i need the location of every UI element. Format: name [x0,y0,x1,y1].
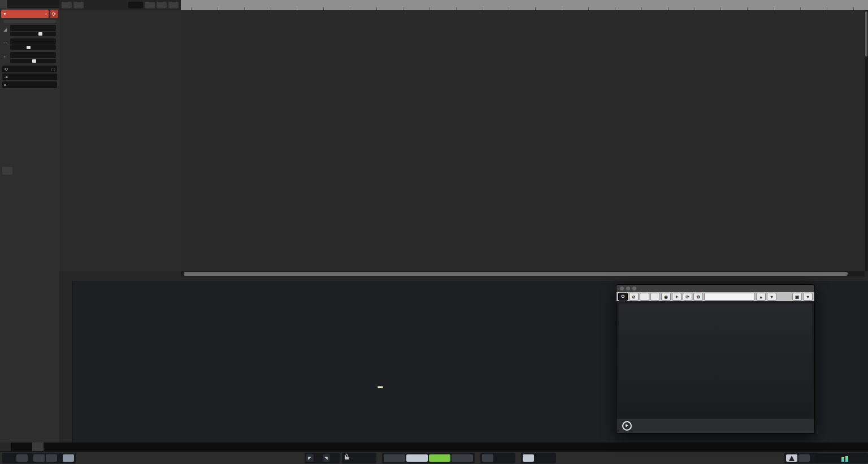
goto-left-locator-icon[interactable]: ◤ [306,454,314,462]
timeline-ruler[interactable] [181,0,868,11]
window-traffic-lights[interactable] [617,287,640,290]
mixer-left-rail [59,281,73,443]
vscroll-thumb[interactable] [865,11,867,57]
pan-icon: ◠ [3,38,10,46]
note-icon [494,454,506,462]
tempo-track-icon[interactable] [523,454,534,462]
preset-refresh-icon[interactable]: ⟲ [4,67,8,72]
lower-zone-tab-bar [0,443,868,451]
import-icon[interactable] [73,2,84,8]
preset-selector[interactable] [704,293,755,301]
plugin-menu-dropdown-icon[interactable]: ▼ [803,293,813,301]
tempo-stepper[interactable] [543,454,554,462]
tab-chord-pads[interactable] [66,443,77,451]
punch-out-icon[interactable] [363,454,375,462]
punch-group [342,453,376,463]
track-delay-slider[interactable] [10,59,56,63]
right-tools-group [784,453,868,463]
goto-right-locator-icon[interactable]: ◥ [323,454,330,462]
tab-editor-left[interactable] [12,443,23,451]
auto-quantize-button[interactable] [63,454,74,462]
click-pattern-icon[interactable] [4,454,15,462]
stereodelay-panel [619,303,812,417]
plugin-read-button[interactable] [640,293,649,301]
plugin-sidechain-icon[interactable]: ⟳ [683,293,692,301]
volume-slider[interactable] [10,32,56,36]
track-buttons-grid [3,20,56,23]
transport-setup-gear-icon[interactable] [855,454,866,462]
track-delay-icon: + [3,52,10,59]
volume-value [10,25,56,31]
find-track-icon[interactable] [168,2,179,8]
zoom-window-icon[interactable] [632,287,636,290]
cycle-button[interactable] [384,454,405,462]
expand-arrow-icon[interactable]: › [45,11,49,16]
tab-track[interactable] [0,443,12,451]
plugin-bypass-icon[interactable]: ⊘ [629,293,639,301]
plugin-activate-icon[interactable]: ⏻ [618,293,628,301]
inspector-tab-bar [0,0,59,8]
preset-prev-icon[interactable]: ▲ [756,293,766,301]
inspector-panel: ▼ › ⟳ ◢ ◠ + [0,0,60,443]
volume-icon: ◢ [3,25,10,32]
close-window-icon[interactable] [620,287,624,290]
output-routing-row[interactable]: ⇤ [2,81,57,88]
play-button[interactable] [429,454,450,462]
tab-mixconsole[interactable] [32,443,44,451]
minimize-window-icon[interactable] [626,287,630,290]
collapse-arrow-icon[interactable]: ▼ [1,12,8,16]
delay-slider-row: + [3,52,56,64]
transport-bar: ◤ ◥ [0,451,868,464]
plugin-switch-icon[interactable]: ◉ [661,293,671,301]
performance-meter [815,454,849,462]
input-routing-row[interactable]: ⇥ [2,73,57,80]
track-preset-row[interactable]: ⟲ ▢ [2,66,57,72]
inspector-settings-gear-icon[interactable] [2,167,12,175]
track-list [59,10,181,271]
jump-icon[interactable] [482,454,493,462]
cubase-app: ▼ › ⟳ ◢ ◠ + [0,0,868,464]
preset-box-icon[interactable]: ▢ [51,67,55,72]
horizontal-scrollbar[interactable] [181,271,865,276]
plugin-settings-gear-icon[interactable]: ⚙ [693,293,703,301]
lane-area[interactable] [181,10,868,271]
audio-record-mode-dropdown[interactable] [33,454,45,462]
tempo-group [521,453,556,463]
track-preset-cycle-icon[interactable]: ⟳ [50,10,58,18]
record-button[interactable] [452,454,473,462]
plugin-footer [617,419,814,433]
hscroll-thumb[interactable] [184,272,848,276]
meter-tooltip [377,386,383,388]
pan-slider[interactable] [10,45,56,50]
track-list-options-icon[interactable] [157,2,167,8]
track-delay-value [10,52,56,58]
metronome-button[interactable] [786,454,797,462]
track-title-bar[interactable]: ▼ › ⟳ [1,10,58,18]
pan-value [10,38,56,45]
position-group [480,453,515,463]
tab-visibility[interactable] [7,0,14,8]
volume-slider-row: ◢ [3,25,56,37]
tab-sampler-control[interactable] [55,443,66,451]
pan-slider-row: ◠ [3,38,56,51]
tab-inspector[interactable] [0,0,7,8]
plugin-title-bar[interactable] [617,285,814,292]
plugin-compare-icon[interactable]: ✦ [672,293,682,301]
output-icon: ⇤ [4,83,8,88]
stereodelay-plugin-window[interactable]: ⏻ ⊘ ◉ ✦ ⟳ ⚙ ▲ ▼ ▣ ▼ [616,284,815,433]
stop-button[interactable] [406,454,428,462]
track-name-bar[interactable]: ▼ › [1,10,49,18]
plugin-snapshot-icon[interactable]: ▣ [792,293,802,301]
notification-bell-icon[interactable] [145,2,155,8]
locators-group: ◤ ◥ [305,453,340,463]
metronome-setup-button[interactable] [798,454,810,462]
add-track-button[interactable] [62,2,72,8]
common-record-mode-dropdown[interactable] [16,454,28,462]
tab-editor[interactable] [44,443,55,451]
punch-lock-icon[interactable] [345,457,349,459]
punch-in-icon[interactable] [351,454,362,462]
preset-next-icon[interactable]: ▼ [767,293,776,301]
midi-record-mode-dropdown[interactable] [46,454,57,462]
plugin-write-button[interactable] [650,293,660,301]
vertical-scrollbar[interactable] [865,10,868,271]
